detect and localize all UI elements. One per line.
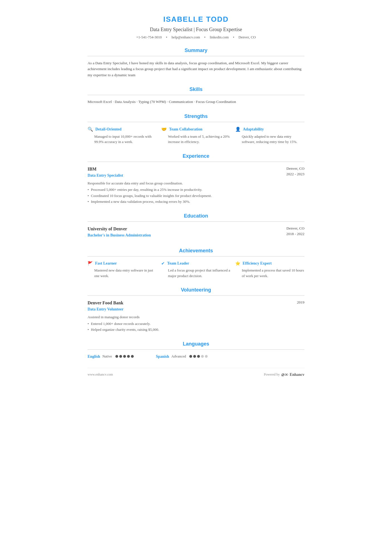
- achievement-title: Efficiency Expert: [243, 260, 272, 266]
- summary-title: Summary: [88, 47, 304, 54]
- vol-entry-header: Denver Food Bank Data Entry Volunteer 20…: [88, 300, 304, 313]
- languages-section: Languages English Native Spanish Advance…: [88, 340, 304, 359]
- linkedin: linkedin.com: [210, 35, 229, 39]
- strength-title: Team Collaboration: [169, 126, 202, 132]
- contact-info: +1-541-754-3010 • help@enhancv.com • lin…: [88, 34, 304, 40]
- entry-period: 2022 - 2023: [286, 171, 304, 177]
- strength-title: Detail-Oriented: [95, 126, 121, 132]
- strength-icon: 👤: [235, 126, 241, 133]
- bullet-item: Helped organize charity events, raising …: [88, 327, 304, 332]
- location: Denver, CO: [239, 35, 256, 39]
- volunteering-section: Volunteering Denver Food Bank Data Entry…: [88, 286, 304, 332]
- bullet-item: Coordinated 10 focus groups, leading to …: [88, 193, 304, 199]
- language-dots: [115, 355, 134, 358]
- footer-url: www.enhancv.com: [88, 372, 113, 377]
- strength-title: Adaptability: [243, 126, 264, 132]
- vol-role: Data Entry Volunteer: [88, 306, 297, 312]
- education-section: Education University of Denver Bachelor'…: [88, 212, 304, 239]
- strength-item: 🤝 Team Collaboration Worked with a team …: [161, 126, 230, 145]
- email: help@enhancv.com: [172, 35, 200, 39]
- footer: www.enhancv.com Powered by ⌀∞ Enhancv: [88, 368, 304, 378]
- entry-dates: Denver, CO 2022 - 2023: [286, 166, 304, 177]
- language-dot: [123, 355, 126, 358]
- languages-divider: [88, 349, 304, 350]
- candidate-name: ISABELLE TODD: [88, 14, 304, 25]
- language-dot: [193, 355, 196, 358]
- experience-divider: [88, 162, 304, 162]
- skills-title: Skills: [88, 86, 304, 93]
- bullet-sep-2: •: [204, 35, 206, 39]
- language-dot: [115, 355, 118, 358]
- achievement-header: ⭐ Efficiency Expert: [235, 260, 304, 267]
- bullet-item: Implemented a new data validation proces…: [88, 199, 304, 204]
- achievement-header: 🚩 Fast Learner: [88, 260, 157, 267]
- strength-description: Managed to input 10,000+ records with 99…: [88, 134, 157, 145]
- volunteering-entry: Denver Food Bank Data Entry Volunteer 20…: [88, 300, 304, 332]
- strength-header: 🔍 Detail-Oriented: [88, 126, 157, 133]
- language-level: Native: [102, 354, 112, 359]
- achievement-description: Mastered new data entry software in just…: [88, 268, 157, 278]
- bullet-sep-1: •: [166, 35, 167, 39]
- edu-role: Bachelor's in Business Administration: [88, 232, 286, 238]
- entry-description: Responsible for accurate data entry and …: [88, 181, 304, 186]
- entry-header: IBM Data Entry Specialist Denver, CO 202…: [88, 166, 304, 179]
- language-dot: [197, 355, 200, 358]
- strengths-divider: [88, 122, 304, 122]
- language-dot: [205, 355, 208, 358]
- achievements-title: Achievements: [88, 247, 304, 255]
- edu-dates: Denver, CO 2018 - 2022: [286, 226, 304, 237]
- edu-location: Denver, CO: [286, 226, 304, 231]
- vol-bullets: Entered 1,000+ donor records accurately.…: [88, 321, 304, 332]
- language-item: English Native: [88, 354, 134, 359]
- strength-header: 🤝 Team Collaboration: [161, 126, 230, 133]
- language-name: Spanish: [156, 354, 169, 359]
- achievements-section: Achievements 🚩 Fast Learner Mastered new…: [88, 247, 304, 279]
- bullet-item: Processed 5,000+ entries per day, result…: [88, 187, 304, 193]
- achievement-item: 🚩 Fast Learner Mastered new data entry s…: [88, 260, 157, 279]
- entry-location: Denver, CO: [286, 166, 304, 171]
- entry-role: Data Entry Specialist: [88, 172, 286, 178]
- footer-powered: Powered by ⌀∞ Enhancv: [264, 371, 304, 378]
- experience-section: Experience IBM Data Entry Specialist Den…: [88, 152, 304, 204]
- entry-bullets: Processed 5,000+ entries per day, result…: [88, 187, 304, 204]
- language-dot: [201, 355, 204, 358]
- language-dot: [131, 355, 134, 358]
- vol-dates: 2019: [297, 300, 304, 305]
- strengths-grid: 🔍 Detail-Oriented Managed to input 10,00…: [88, 126, 304, 145]
- achievement-description: Implemented a process that saved 10 hour…: [235, 268, 304, 278]
- achievement-item: ⭐ Efficiency Expert Implemented a proces…: [235, 260, 304, 279]
- brand-name: Enhancv: [290, 372, 304, 378]
- strength-item: 👤 Adaptability Quickly adapted to new da…: [235, 126, 304, 145]
- summary-section: Summary As a Data Entry Specialist, I ha…: [88, 47, 304, 78]
- strength-description: Worked with a team of 5, achieving a 20%…: [161, 134, 230, 145]
- skills-section: Skills Microsoft Excel · Data Analysis ·…: [88, 86, 304, 105]
- education-divider: [88, 221, 304, 222]
- volunteering-title: Volunteering: [88, 286, 304, 294]
- vol-description: Assisted in managing donor records: [88, 314, 304, 320]
- language-dots: [189, 355, 208, 358]
- vol-period: 2019: [297, 300, 304, 305]
- experience-entry: IBM Data Entry Specialist Denver, CO 202…: [88, 166, 304, 204]
- achievement-icon: ⭐: [235, 260, 240, 267]
- strength-icon: 🤝: [161, 126, 167, 133]
- language-level: Advanced: [171, 354, 186, 359]
- edu-entry-header: University of Denver Bachelor's in Busin…: [88, 226, 304, 239]
- summary-divider: [88, 56, 304, 56]
- achievement-title: Team Leader: [167, 260, 189, 266]
- edu-org: University of Denver: [88, 226, 286, 232]
- skills-list: Microsoft Excel · Data Analysis · Typing…: [88, 99, 304, 105]
- education-entry: University of Denver Bachelor's in Busin…: [88, 226, 304, 239]
- enhancv-icon: ⌀∞: [281, 371, 288, 378]
- achievement-icon: ✔: [161, 260, 165, 267]
- strength-description: Quickly adapted to new data entry softwa…: [235, 134, 304, 145]
- strengths-section: Strengths 🔍 Detail-Oriented Managed to i…: [88, 113, 304, 145]
- strength-icon: 🔍: [88, 126, 93, 133]
- language-name: English: [88, 354, 100, 359]
- strength-item: 🔍 Detail-Oriented Managed to input 10,00…: [88, 126, 157, 145]
- achievements-divider: [88, 256, 304, 256]
- volunteering-divider: [88, 295, 304, 296]
- experience-title: Experience: [88, 152, 304, 160]
- languages-title: Languages: [88, 340, 304, 348]
- entry-org: IBM: [88, 166, 286, 172]
- achievement-title: Fast Learner: [95, 260, 117, 266]
